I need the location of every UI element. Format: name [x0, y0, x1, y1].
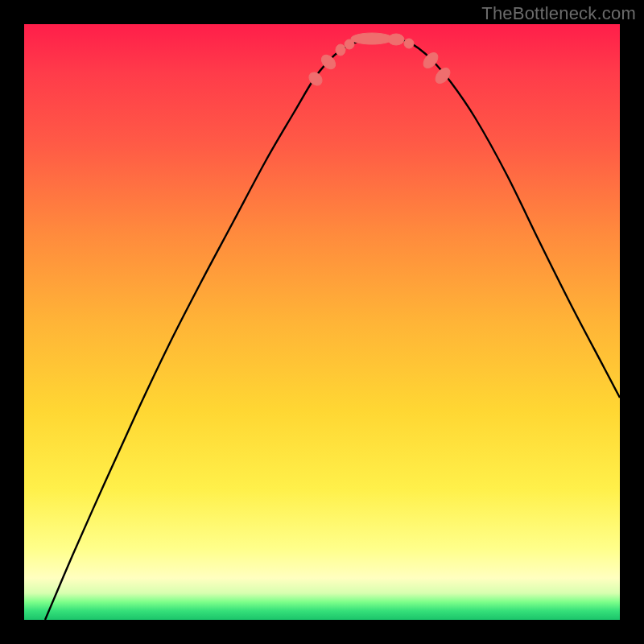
watermark-text: TheBottleneck.com [481, 3, 636, 24]
curve-marker [351, 33, 393, 44]
curve-marker [433, 65, 453, 86]
curve-layer [24, 24, 620, 620]
bottleneck-curve [45, 38, 620, 620]
curve-markers [307, 33, 453, 88]
curve-marker [336, 44, 345, 56]
curve-marker [388, 34, 404, 45]
chart-frame: TheBottleneck.com [0, 0, 644, 644]
plot-area [24, 24, 620, 620]
curve-marker [404, 39, 414, 48]
